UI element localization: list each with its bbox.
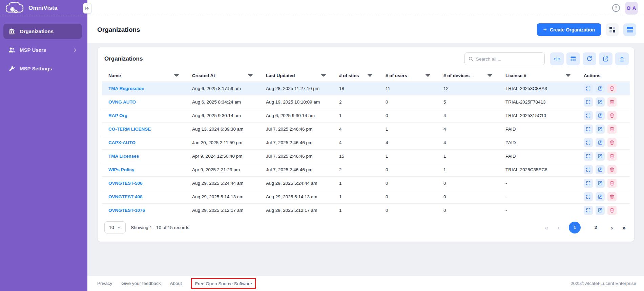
create-organization-button[interactable]: Create Organization [537,23,601,36]
table-row[interactable]: CO-TERM LICENSE Aug 13, 2024 6:39:30 am … [102,122,630,136]
organization-name-link[interactable]: CAPX-AUTO [108,140,136,145]
delete-row-button[interactable] [607,179,617,188]
delete-row-button[interactable] [607,138,617,147]
expand-row-button[interactable] [584,152,593,161]
expand-row-button[interactable] [584,97,593,107]
filter-icon[interactable] [566,74,570,77]
sidebar-collapse-button[interactable] [83,3,91,14]
sort-descending-icon[interactable] [472,73,474,78]
expand-row-button[interactable] [584,84,593,93]
column-header-last-updated[interactable]: Last Updated [259,70,333,82]
edit-row-button[interactable] [596,206,605,215]
footer-link-feedback[interactable]: Give your feedback [121,281,161,286]
delete-row-button[interactable] [607,84,617,93]
organization-name-link[interactable]: OVNGTEST-498 [108,194,143,199]
edit-row-button[interactable] [596,97,605,107]
column-header-users[interactable]: # of users [379,70,437,82]
organization-name-link[interactable]: OVNG AUTO [108,99,136,105]
column-header-name[interactable]: Name [102,70,186,82]
table-row[interactable]: CAPX-AUTO Jan 20, 2025 2:11:59 pm Jul 7,… [102,136,630,149]
table-row[interactable]: RAP Org Aug 6, 2025 9:30:14 am Aug 6, 20… [102,109,630,122]
edit-row-button[interactable] [596,111,605,120]
expand-row-button[interactable] [584,192,593,201]
filter-icon[interactable] [248,74,253,77]
expand-columns-button[interactable] [550,52,564,65]
expand-row-button[interactable] [584,138,593,147]
next-page-button[interactable] [611,224,613,231]
sidebar-item-msp-settings[interactable]: MSP Settings [3,61,82,76]
trash-icon [609,194,615,199]
filter-icon[interactable] [321,74,326,77]
table-row[interactable]: OVNG AUTO Aug 6, 2025 8:34:24 am Aug 19,… [102,95,630,109]
devices-count-cell: 4 [437,122,499,136]
omnivista-cloud-logo-icon [5,1,24,15]
sidebar-item-msp-users[interactable]: MSP Users [3,42,82,58]
expand-row-button[interactable] [584,206,593,215]
avatar[interactable]: O A [625,2,638,15]
edit-row-button[interactable] [596,84,605,93]
last-updated-cell: Aug 29, 2025 5:12:17 am [259,203,333,217]
footer-link-privacy[interactable]: Privacy [97,281,112,286]
last-page-button[interactable] [622,224,626,231]
page-button-1[interactable]: 1 [569,222,581,233]
column-header-sites[interactable]: # of sites [333,70,379,82]
table-row[interactable]: WIPs Policy Apr 9, 2025 2:21:29 pm Jul 7… [102,163,630,176]
delete-row-button[interactable] [607,125,617,134]
export-button[interactable] [615,52,629,65]
organization-name-link[interactable]: OVNGTEST-506 [108,181,143,186]
table-row[interactable]: TMA Regression Aug 6, 2025 8:17:59 am Au… [102,82,630,95]
list-view-button[interactable] [623,23,636,36]
organization-name-link[interactable]: OVNGTEST-1076 [108,208,145,213]
table-row[interactable]: OVNGTEST-1076 Aug 29, 2025 5:12:17 am Au… [102,203,630,217]
edit-row-button[interactable] [596,192,605,201]
refresh-button[interactable] [583,52,596,65]
manage-columns-button[interactable] [566,52,580,65]
edit-icon [598,140,603,145]
delete-row-button[interactable] [607,111,617,120]
edit-row-button[interactable] [596,179,605,188]
delete-row-button[interactable] [607,152,617,161]
organization-name-link[interactable]: CO-TERM LICENSE [108,127,151,132]
filter-icon[interactable] [174,74,179,77]
filter-icon[interactable] [368,74,372,77]
organization-name-link[interactable]: TMA Regression [108,86,144,91]
edit-row-button[interactable] [596,138,605,147]
organization-name-link[interactable]: TMA Licenses [108,154,139,159]
organization-name-link[interactable]: RAP Org [108,113,127,118]
filter-icon[interactable] [487,74,492,77]
table-header-row: Name Created At Last Updated # of sites … [102,70,630,82]
delete-row-button[interactable] [607,165,617,174]
table-row[interactable]: OVNGTEST-498 Aug 29, 2025 5:14:13 am Aug… [102,190,630,203]
devices-count-cell: 4 [437,109,499,122]
delete-row-button[interactable] [607,206,617,215]
previous-page-button[interactable] [558,224,560,231]
column-header-devices[interactable]: # of devices [437,70,499,82]
delete-row-button[interactable] [607,97,617,107]
expand-row-button[interactable] [584,179,593,188]
footer-link-about[interactable]: About [170,281,182,286]
open-external-button[interactable] [599,52,612,65]
edit-row-button[interactable] [596,152,605,161]
edit-row-button[interactable] [596,165,605,174]
organization-name-link[interactable]: WIPs Policy [108,167,134,172]
page-button-2[interactable]: 2 [590,222,602,233]
footer-link-foss[interactable]: Free Open Source Software [195,281,252,286]
last-updated-cell: Jul 7, 2025 2:46:46 pm [259,136,333,149]
expand-row-button[interactable] [584,125,593,134]
expand-row-button[interactable] [584,111,593,120]
help-icon[interactable] [612,4,620,12]
edit-row-button[interactable] [596,125,605,134]
search-input[interactable] [476,57,541,62]
column-header-license[interactable]: License # [499,70,577,82]
table-row[interactable]: TMA Licenses Apr 9, 2024 12:50:40 pm Jul… [102,149,630,163]
filter-icon[interactable] [425,74,430,77]
delete-row-button[interactable] [607,192,617,201]
table-row[interactable]: OVNGTEST-506 Aug 29, 2025 5:24:44 am Aug… [102,176,630,190]
created-at-cell: Aug 29, 2025 5:24:44 am [186,176,259,190]
column-header-created-at[interactable]: Created At [186,70,259,82]
sidebar-item-organizations[interactable]: Organizations [3,24,82,39]
page-size-select[interactable]: 10 [104,221,126,233]
grid-view-button[interactable] [606,23,619,36]
first-page-button[interactable] [545,224,548,231]
expand-row-button[interactable] [584,165,593,174]
